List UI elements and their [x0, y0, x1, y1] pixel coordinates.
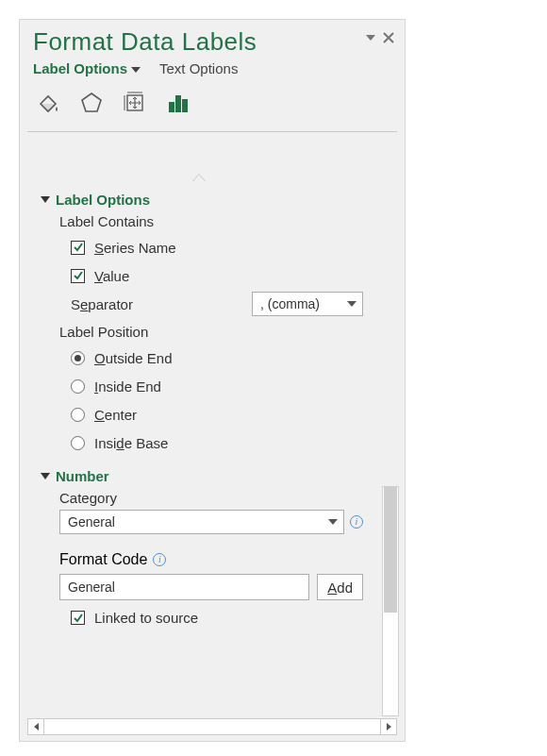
- separator-row: Separator , (comma): [71, 292, 363, 316]
- chevron-down-icon: [328, 519, 338, 525]
- separator-dropdown[interactable]: , (comma): [252, 292, 363, 316]
- radio-icon: [71, 379, 85, 394]
- tab-label-options-text: Label Options: [33, 60, 127, 76]
- category-icon-row: [20, 82, 405, 131]
- svg-rect-5: [182, 99, 188, 112]
- radio-icon: [71, 408, 85, 422]
- category-value: General: [68, 514, 115, 529]
- section-number[interactable]: Number: [42, 468, 397, 484]
- add-button[interactable]: Add: [317, 574, 363, 600]
- scroll-left-button[interactable]: [27, 718, 44, 735]
- options-tabs: Label Options Text Options: [20, 57, 405, 82]
- separator-label: Separator: [71, 296, 133, 312]
- separator-value: , (comma): [260, 296, 320, 311]
- radio-icon: [71, 351, 85, 365]
- svg-marker-1: [82, 93, 101, 111]
- label-position-heading: Label Position: [59, 324, 397, 340]
- checkbox-value[interactable]: Value: [71, 263, 397, 288]
- radio-icon: [71, 436, 85, 450]
- center-label: Center: [94, 407, 137, 423]
- radio-inside-end[interactable]: Inside End: [71, 374, 397, 398]
- svg-rect-4: [175, 95, 181, 112]
- scrollbar-thumb[interactable]: [384, 487, 397, 613]
- inside-base-label: Inside Base: [94, 435, 168, 451]
- checkbox-icon: [71, 611, 85, 625]
- horizontal-scrollbar[interactable]: [27, 718, 397, 735]
- category-dropdown[interactable]: General: [59, 510, 344, 534]
- radio-inside-base[interactable]: Inside Base: [71, 430, 397, 455]
- scroll-right-button[interactable]: [380, 718, 397, 735]
- format-code-input[interactable]: [59, 574, 309, 600]
- checkbox-series-name[interactable]: Series Name: [71, 235, 397, 260]
- outside-end-label: Outside End: [94, 350, 173, 366]
- size-properties-icon[interactable]: [120, 88, 150, 118]
- value-label: Value: [94, 268, 129, 284]
- chevron-down-icon: [347, 301, 356, 307]
- task-pane-options-icon[interactable]: [365, 32, 376, 43]
- effects-icon[interactable]: [76, 88, 107, 118]
- divider: [27, 131, 397, 132]
- triangle-left-icon: [34, 723, 39, 731]
- info-icon[interactable]: i: [350, 515, 363, 529]
- linked-label: Linked to source: [94, 610, 198, 626]
- radio-outside-end[interactable]: Outside End: [71, 345, 397, 370]
- panel-title: Format Data Labels: [33, 27, 257, 57]
- label-options-icon[interactable]: [163, 88, 193, 118]
- checkbox-linked-to-source[interactable]: Linked to source: [71, 610, 397, 626]
- triangle-right-icon: [387, 723, 391, 731]
- category-label: Category: [59, 490, 397, 506]
- chevron-down-icon: [131, 67, 141, 73]
- tab-text-options[interactable]: Text Options: [159, 60, 238, 76]
- collapse-icon: [41, 196, 50, 203]
- info-icon[interactable]: i: [153, 553, 166, 566]
- collapse-icon: [41, 473, 50, 479]
- section-number-title: Number: [56, 468, 109, 484]
- close-icon[interactable]: [382, 31, 395, 44]
- svg-marker-0: [366, 35, 375, 41]
- section-label-options-title: Label Options: [56, 192, 150, 208]
- scrollbar-track[interactable]: [44, 718, 380, 735]
- svg-rect-3: [169, 102, 174, 112]
- inside-end-label: Inside End: [94, 378, 161, 395]
- titlebar: Format Data Labels: [20, 20, 405, 57]
- series-name-label: Series Name: [94, 240, 176, 256]
- fill-line-icon[interactable]: [33, 88, 63, 118]
- checkbox-icon: [71, 269, 85, 283]
- vertical-scrollbar[interactable]: [382, 486, 399, 716]
- format-data-labels-panel: Format Data Labels Label Options Text Op…: [19, 19, 406, 742]
- label-contains-heading: Label Contains: [59, 213, 397, 229]
- panel-body: Label Options Label Contains Series Name…: [20, 180, 405, 718]
- radio-center[interactable]: Center: [71, 402, 397, 427]
- tab-label-options[interactable]: Label Options: [33, 60, 141, 76]
- checkbox-icon: [71, 241, 85, 255]
- format-code-label: Format Code: [59, 551, 147, 568]
- section-label-options[interactable]: Label Options: [42, 192, 397, 208]
